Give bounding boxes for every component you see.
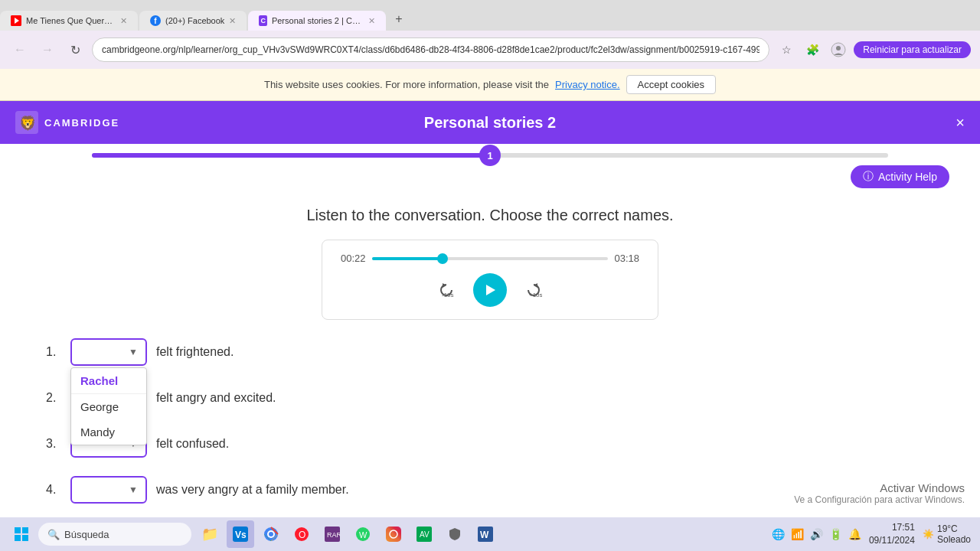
svg-text:W: W [359, 530, 368, 540]
weather-temp: 19°C [937, 523, 971, 534]
svg-text:+10s: +10s [529, 292, 542, 298]
play-button[interactable] [473, 273, 507, 307]
weather-icon: ☀️ [923, 529, 934, 540]
dropdown-option-george[interactable]: George [71, 394, 146, 419]
reiniciar-button[interactable]: Reiniciar para actualizar [854, 41, 971, 58]
audio-player: 00:22 03:18 -10s +10s [322, 240, 658, 320]
windows-activation: Activar Windows Ve a Configuración para … [794, 481, 965, 505]
dropdown-option-rachel[interactable]: Rachel [71, 368, 146, 394]
svg-rect-26 [386, 527, 401, 542]
question-suffix-1: felt frightened. [156, 345, 234, 359]
audio-progress-thumb[interactable] [437, 253, 448, 264]
question-suffix-2: felt angry and excited. [156, 391, 276, 405]
taskbar-vscode-icon[interactable]: Vs [227, 520, 254, 548]
question-num-1: 1. [46, 345, 61, 359]
taskbar-winrar-icon[interactable]: RAR [318, 520, 346, 548]
extensions-button[interactable]: 🧩 [802, 39, 823, 60]
svg-marker-8 [486, 285, 495, 295]
dropdown-option-mandy[interactable]: Mandy [71, 419, 146, 445]
taskbar-files-icon[interactable]: 📁 [196, 520, 224, 548]
rewind-button[interactable]: -10s [438, 282, 455, 298]
forward-icon: +10s [525, 282, 542, 298]
question-num-3: 3. [46, 437, 61, 451]
dropdown-menu-1: Rachel George Mandy [70, 367, 147, 445]
audio-current-time: 00:22 [341, 253, 366, 264]
tray-wifi-icon[interactable]: 📶 [791, 528, 804, 540]
dropdown-button-1[interactable]: ▼ [70, 338, 147, 366]
cookie-banner: This website uses cookies. For more info… [0, 69, 980, 101]
question-num-4: 4. [46, 483, 61, 497]
activity-help-label: Activity Help [878, 171, 937, 183]
facebook-favicon: f [150, 15, 161, 26]
question-row-2: 2. ▼ felt angry and excited. [46, 384, 934, 412]
svg-point-3 [836, 46, 841, 51]
browser-tab-facebook[interactable]: f (20+) Facebook ✕ [139, 11, 247, 31]
dropdown-button-4[interactable]: ▼ [70, 476, 147, 504]
profile-button[interactable] [828, 39, 849, 60]
windows-activation-title: Activar Windows [794, 481, 965, 494]
dropdown-wrapper-4: ▼ [70, 476, 147, 504]
tab-facebook-close[interactable]: ✕ [229, 16, 236, 26]
clock-time: 17:51 [869, 521, 915, 534]
taskbar-whatsapp-icon[interactable]: W [349, 520, 377, 548]
taskbar-instagram-icon[interactable] [380, 520, 407, 548]
tray-battery-icon[interactable]: 🔋 [829, 528, 842, 540]
taskbar-antivirus-icon[interactable]: AV [410, 520, 438, 548]
taskbar-right: 🌐 📶 🔊 🔋 🔔 17:51 09/11/2024 ☀️ 19°C Solea… [772, 521, 971, 547]
taskbar-chrome-icon[interactable] [257, 520, 285, 548]
svg-rect-12 [22, 527, 28, 533]
svg-text:-10s: -10s [442, 292, 454, 298]
play-icon [483, 283, 497, 297]
privacy-notice-link[interactable]: Privacy notice. [555, 79, 620, 90]
tab-cambridge-close[interactable]: ✕ [368, 16, 375, 26]
close-button[interactable]: × [956, 114, 965, 132]
dropdown-wrapper-1: ▼ Rachel George Mandy [70, 338, 147, 366]
start-button[interactable] [9, 522, 34, 546]
reload-button[interactable]: ↻ [64, 39, 86, 60]
progress-dot: 1 [479, 145, 501, 166]
page-title: Personal stories 2 [424, 114, 556, 132]
svg-text:RAR: RAR [327, 531, 340, 539]
question-row-3: 3. ▼ felt confused. [46, 430, 934, 458]
svg-text:Vs: Vs [235, 530, 247, 540]
chevron-down-icon-1: ▼ [129, 347, 138, 357]
tray-notification-icon[interactable]: 🔔 [848, 528, 861, 540]
cambridge-favicon: C [259, 15, 267, 26]
taskbar-word-icon[interactable]: W [472, 520, 499, 548]
clock-date: 09/11/2024 [869, 534, 915, 547]
back-button[interactable]: ← [9, 39, 31, 60]
browser-tab-youtube[interactable]: Me Tienes Que Querer - YouT... ✕ [0, 11, 138, 31]
main-content: Listen to the conversation. Choose the c… [0, 191, 980, 537]
progress-track: 1 [92, 153, 888, 158]
youtube-favicon [11, 15, 21, 26]
svg-point-19 [269, 532, 273, 536]
forward-button[interactable]: +10s [525, 282, 542, 298]
bookmark-button[interactable]: ☆ [776, 39, 797, 60]
question-suffix-3: felt confused. [156, 437, 229, 451]
taskbar-security-icon[interactable] [441, 520, 469, 548]
cambridge-lion-icon: 🦁 [15, 111, 38, 134]
clock[interactable]: 17:51 09/11/2024 [869, 521, 915, 547]
new-tab-button[interactable]: + [387, 8, 410, 31]
accept-cookies-button[interactable]: Accept cookies [626, 75, 716, 94]
tray-network-icon[interactable]: 🌐 [772, 528, 785, 540]
weather-widget[interactable]: ☀️ 19°C Soleado [923, 523, 971, 545]
forward-button[interactable]: → [37, 39, 58, 60]
audio-progress-track[interactable] [372, 257, 609, 260]
svg-rect-11 [15, 527, 21, 533]
svg-text:🦁: 🦁 [19, 115, 37, 132]
windows-logo-icon [14, 527, 29, 542]
instruction-text: Listen to the conversation. Choose the c… [31, 207, 949, 224]
taskbar-search[interactable]: 🔍 Búsqueda [38, 523, 191, 546]
tray-volume-icon[interactable]: 🔊 [810, 528, 823, 540]
question-row-1: 1. ▼ Rachel George Mandy felt frightened… [46, 338, 934, 366]
address-input[interactable] [92, 37, 769, 62]
progress-fill [92, 153, 490, 158]
svg-marker-6 [443, 283, 446, 288]
taskbar-opera-icon[interactable]: O [288, 520, 315, 548]
question-num-2: 2. [46, 391, 61, 405]
browser-tab-cambridge[interactable]: C Personal stories 2 | Cambridge... ✕ [248, 11, 386, 31]
tab-youtube-close[interactable]: ✕ [120, 16, 127, 26]
activity-help-button[interactable]: ⓘ Activity Help [851, 165, 949, 188]
search-icon: 🔍 [47, 529, 60, 540]
